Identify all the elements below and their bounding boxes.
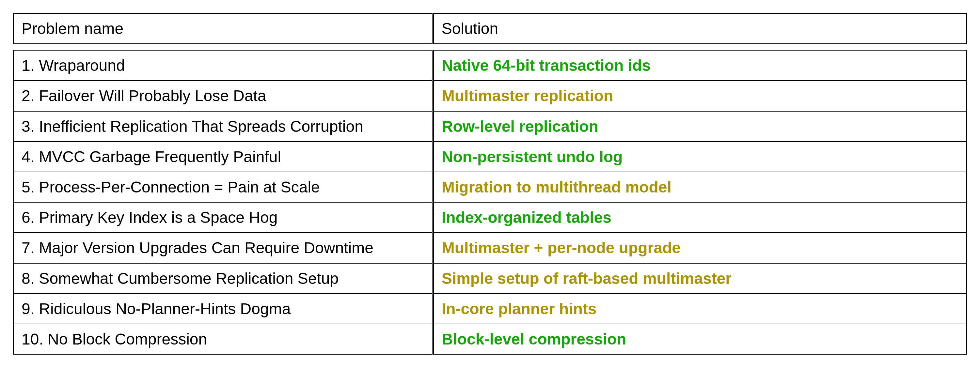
solution-cell: Multimaster + per-node upgrade <box>433 233 967 263</box>
spacer-cell <box>13 44 967 50</box>
problems-solutions-table: Problem name Solution 1. Wraparound Nati… <box>13 13 967 354</box>
table-spacer-row <box>13 44 967 50</box>
solution-cell: Non-persistent undo log <box>433 141 967 172</box>
table-row: 3. Inefficient Replication That Spreads … <box>13 111 967 141</box>
table-row: 8. Somewhat Cumbersome Replication Setup… <box>13 263 967 294</box>
table-row: 6. Primary Key Index is a Space Hog Inde… <box>13 202 967 233</box>
table-row: 4. MVCC Garbage Frequently Painful Non-p… <box>13 141 967 172</box>
table-row: 10. No Block Compression Block-level com… <box>13 324 967 354</box>
solution-cell: Block-level compression <box>433 324 967 354</box>
solution-cell: Native 64-bit transaction ids <box>433 50 967 81</box>
table-row: 5. Process-Per-Connection = Pain at Scal… <box>13 172 967 202</box>
header-solution: Solution <box>433 13 967 44</box>
table-row: 1. Wraparound Native 64-bit transaction … <box>13 50 967 81</box>
table-header-row: Problem name Solution <box>13 13 967 44</box>
problem-cell: 5. Process-Per-Connection = Pain at Scal… <box>13 172 433 202</box>
problem-cell: 6. Primary Key Index is a Space Hog <box>13 202 433 233</box>
solution-cell: Row-level replication <box>433 111 967 141</box>
problem-cell: 2. Failover Will Probably Lose Data <box>13 81 433 111</box>
problem-cell: 4. MVCC Garbage Frequently Painful <box>13 141 433 172</box>
solution-cell: In-core planner hints <box>433 294 967 324</box>
problem-cell: 7. Major Version Upgrades Can Require Do… <box>13 233 433 263</box>
table-body: 1. Wraparound Native 64-bit transaction … <box>13 44 967 354</box>
table-row: 9. Ridiculous No-Planner-Hints Dogma In-… <box>13 294 967 324</box>
problem-cell: 9. Ridiculous No-Planner-Hints Dogma <box>13 294 433 324</box>
header-problem: Problem name <box>13 13 433 44</box>
solution-cell: Index-organized tables <box>433 202 967 233</box>
solution-cell: Migration to multithread model <box>433 172 967 202</box>
problem-cell: 3. Inefficient Replication That Spreads … <box>13 111 433 141</box>
problem-cell: 1. Wraparound <box>13 50 433 81</box>
data-table: Problem name Solution 1. Wraparound Nati… <box>13 13 967 354</box>
problem-cell: 8. Somewhat Cumbersome Replication Setup <box>13 263 433 294</box>
problem-cell: 10. No Block Compression <box>13 324 433 354</box>
table-row: 2. Failover Will Probably Lose Data Mult… <box>13 81 967 111</box>
solution-cell: Simple setup of raft-based multimaster <box>433 263 967 294</box>
table-row: 7. Major Version Upgrades Can Require Do… <box>13 233 967 263</box>
solution-cell: Multimaster replication <box>433 81 967 111</box>
